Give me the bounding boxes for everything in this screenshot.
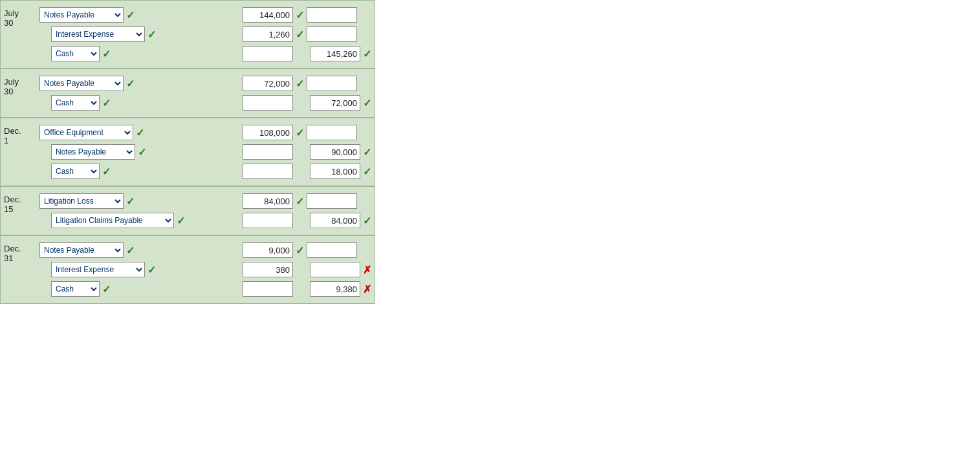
credit-input-r10[interactable]: [310, 213, 360, 228]
check-icon-account-r8[interactable]: ✓: [102, 165, 111, 178]
debit-check-r4[interactable]: ✓: [296, 78, 304, 90]
debit-input-r6[interactable]: [243, 125, 293, 140]
account-select-r7[interactable]: Notes Payable: [51, 144, 135, 160]
credit-input-r3[interactable]: [310, 46, 360, 61]
debit-input-r10[interactable]: [243, 213, 293, 228]
debit-check-r6[interactable]: ✓: [296, 127, 304, 139]
debit-check-r9[interactable]: ✓: [296, 195, 304, 208]
journal-section-july30-1: July30Notes Payable✓✓Interest Expense✓✓C…: [1, 1, 375, 69]
debit-input-r12[interactable]: [243, 262, 293, 277]
account-select-r4[interactable]: Notes Payable: [39, 76, 124, 91]
account-select-r12[interactable]: Interest Expense: [51, 262, 145, 277]
credit-input-r7[interactable]: [310, 144, 360, 160]
account-select-r11[interactable]: Notes Payable: [39, 242, 124, 258]
debit-input-r7[interactable]: [243, 144, 293, 160]
credit-input-r2[interactable]: [307, 27, 357, 42]
debit-input-r3[interactable]: [243, 46, 293, 61]
debit-input-r4[interactable]: [243, 76, 293, 91]
journal-section-july30-2: July30Notes Payable✓✓Cash✓✓: [1, 69, 375, 118]
credit-check-r8[interactable]: ✓: [363, 165, 371, 178]
journal-section-dec15: Dec.15Litigation Loss✓✓Litigation Claims…: [1, 187, 375, 236]
credit-x-r13[interactable]: ✗: [363, 283, 371, 295]
account-select-r1[interactable]: Notes Payable: [39, 7, 124, 23]
date-label-july30-1: July30: [4, 7, 36, 28]
credit-check-r10[interactable]: ✓: [363, 215, 371, 227]
credit-input-r5[interactable]: [310, 95, 360, 111]
check-icon-account-r9[interactable]: ✓: [126, 195, 135, 208]
check-icon-account-r13[interactable]: ✓: [102, 283, 111, 295]
check-icon-account-r12[interactable]: ✓: [147, 264, 156, 276]
date-label-dec31: Dec.31: [4, 242, 36, 263]
debit-input-r8[interactable]: [243, 164, 293, 179]
check-icon-account-r6[interactable]: ✓: [136, 127, 144, 139]
check-icon-account-r5[interactable]: ✓: [102, 97, 111, 109]
debit-input-r9[interactable]: [243, 193, 293, 209]
journal-row-r1: Notes Payable✓✓: [39, 7, 371, 23]
credit-input-r1[interactable]: [307, 7, 357, 23]
date-label-july30-2: July30: [4, 76, 36, 96]
journal-row-r2: Interest Expense✓✓: [39, 27, 371, 42]
credit-check-r3[interactable]: ✓: [363, 48, 371, 60]
credit-input-r8[interactable]: [310, 164, 360, 179]
account-select-r9[interactable]: Litigation Loss: [39, 193, 124, 209]
credit-input-r13[interactable]: [310, 281, 360, 297]
journal-row-r12: Interest Expense✓✗: [39, 262, 371, 277]
journal-row-r4: Notes Payable✓✓: [39, 76, 371, 91]
journal-row-r11: Notes Payable✓✓: [39, 242, 371, 258]
journal-row-r3: Cash✓✓: [39, 46, 371, 61]
journal-section-dec1: Dec.1Office Equipment✓✓Notes Payable✓✓Ca…: [1, 118, 375, 187]
journal-row-r9: Litigation Loss✓✓: [39, 193, 371, 209]
credit-check-r5[interactable]: ✓: [363, 97, 371, 109]
journal-row-r7: Notes Payable✓✓: [39, 144, 371, 160]
debit-input-r2[interactable]: [243, 27, 293, 42]
check-icon-account-r10[interactable]: ✓: [177, 215, 185, 227]
debit-input-r5[interactable]: [243, 95, 293, 111]
credit-input-r6[interactable]: [307, 125, 357, 140]
debit-check-r2[interactable]: ✓: [296, 28, 304, 41]
account-select-r13[interactable]: Cash: [51, 281, 100, 297]
journal-row-r6: Office Equipment✓✓: [39, 125, 371, 140]
debit-input-r11[interactable]: [243, 242, 293, 258]
debit-input-r1[interactable]: [243, 7, 293, 23]
account-select-r6[interactable]: Office Equipment: [39, 125, 133, 140]
debit-check-r1[interactable]: ✓: [296, 9, 304, 21]
journal-container: July30Notes Payable✓✓Interest Expense✓✓C…: [0, 0, 375, 304]
credit-check-r7[interactable]: ✓: [363, 146, 371, 158]
account-select-r5[interactable]: Cash: [51, 95, 100, 111]
check-icon-account-r7[interactable]: ✓: [138, 146, 146, 158]
credit-input-r12[interactable]: [310, 262, 360, 277]
credit-input-r11[interactable]: [307, 242, 357, 258]
check-icon-account-r11[interactable]: ✓: [126, 244, 135, 257]
credit-x-r12[interactable]: ✗: [363, 264, 371, 276]
credit-input-r9[interactable]: [307, 193, 357, 209]
date-label-dec15: Dec.15: [4, 193, 36, 214]
date-label-dec1: Dec.1: [4, 125, 36, 145]
debit-input-r13[interactable]: [243, 281, 293, 297]
journal-section-dec31: Dec.31Notes Payable✓✓Interest Expense✓✗C…: [1, 236, 375, 303]
debit-check-r11[interactable]: ✓: [296, 244, 304, 257]
check-icon-account-r4[interactable]: ✓: [126, 78, 135, 90]
check-icon-account-r1[interactable]: ✓: [126, 9, 135, 21]
check-icon-account-r2[interactable]: ✓: [147, 28, 156, 41]
journal-row-r13: Cash✓✗: [39, 281, 371, 297]
account-select-r10[interactable]: Litigation Claims Payable: [51, 213, 174, 228]
check-icon-account-r3[interactable]: ✓: [102, 48, 111, 60]
credit-input-r4[interactable]: [307, 76, 357, 91]
journal-row-r8: Cash✓✓: [39, 164, 371, 179]
journal-row-r10: Litigation Claims Payable✓✓: [39, 213, 371, 228]
account-select-r8[interactable]: Cash: [51, 164, 100, 179]
account-select-r3[interactable]: Cash: [51, 46, 100, 61]
journal-row-r5: Cash✓✓: [39, 95, 371, 111]
account-select-r2[interactable]: Interest Expense: [51, 27, 145, 42]
